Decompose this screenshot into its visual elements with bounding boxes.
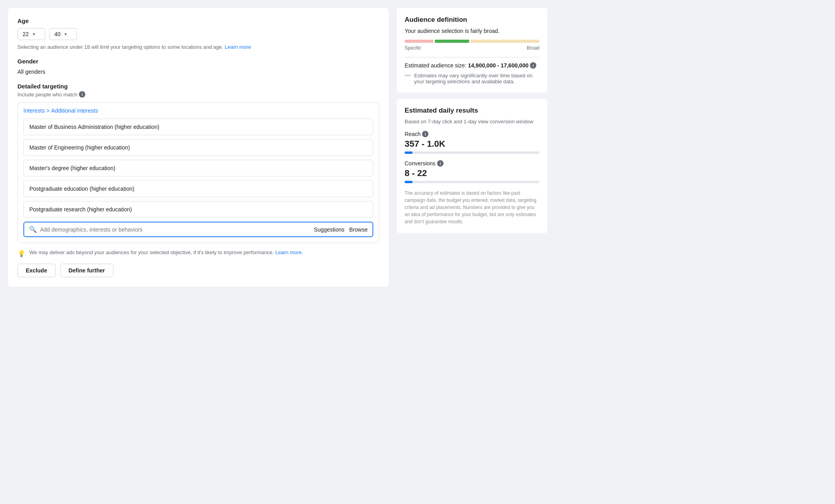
results-subtitle: Based on 7-day click and 1-day view conv… xyxy=(405,119,539,125)
conversions-value: 8 - 22 xyxy=(405,168,539,178)
delivery-notice: 💡 We may deliver ads beyond your audienc… xyxy=(17,249,379,264)
audience-subtitle: Your audience selection is fairly broad. xyxy=(405,28,539,34)
age-row: 22 ▼ 40 ▼ xyxy=(17,28,379,40)
include-label: Include people who match i xyxy=(17,91,379,98)
conversions-info-icon[interactable]: i xyxy=(437,160,443,167)
age-max-chevron-icon: ▼ xyxy=(64,32,68,36)
daily-results-card: Estimated daily results Based on 7-day c… xyxy=(397,99,547,233)
age-max-value: 40 xyxy=(54,31,61,37)
reach-info-icon[interactable]: i xyxy=(422,131,428,137)
audience-definition-title: Audience definition xyxy=(405,16,539,24)
interest-item[interactable]: Postgraduate education (higher education… xyxy=(23,180,373,197)
reach-bar-fill xyxy=(405,151,413,154)
age-min-chevron-icon: ▼ xyxy=(32,32,36,36)
age-max-select[interactable]: 40 ▼ xyxy=(49,28,77,40)
gender-label: Gender xyxy=(17,58,379,65)
trend-icon: 〰 xyxy=(405,73,411,80)
gender-value: All genders xyxy=(17,69,379,75)
broad-label: Broad xyxy=(527,45,539,51)
gauge-bar xyxy=(405,40,539,43)
age-learn-more-link[interactable]: Learn more xyxy=(225,44,251,50)
conversions-label: Conversions i xyxy=(405,160,539,167)
breadcrumb-separator: > xyxy=(46,107,50,114)
audience-size-value: 14,900,000 - 17,600,000 xyxy=(468,62,529,69)
browse-button[interactable]: Browse xyxy=(349,226,368,233)
gauge-segment-2 xyxy=(435,40,469,43)
search-actions: Suggestions Browse xyxy=(314,226,368,233)
gauge-segment-1 xyxy=(405,40,434,43)
gauge-labels: Specific Broad xyxy=(405,45,539,51)
audience-definition-card: Audience definition Your audience select… xyxy=(397,8,547,92)
conversions-bar xyxy=(405,181,539,183)
delivery-learn-more-link[interactable]: Learn more. xyxy=(275,249,303,255)
breadcrumb-additional-link[interactable]: Additional interests xyxy=(51,107,98,114)
gauge-segment-3 xyxy=(470,40,539,43)
reach-label: Reach i xyxy=(405,131,539,137)
search-input[interactable] xyxy=(40,226,311,233)
interest-item[interactable]: Master of Business Administration (highe… xyxy=(23,119,373,135)
audience-size-text: Estimated audience size: 14,900,000 - 17… xyxy=(405,62,539,69)
define-further-button[interactable]: Define further xyxy=(60,264,113,277)
estimates-note: 〰 Estimates may vary significantly over … xyxy=(405,73,539,84)
accuracy-note: The accuracy of estimates is based on fa… xyxy=(405,190,539,225)
include-info-icon[interactable]: i xyxy=(79,91,85,98)
exclude-button[interactable]: Exclude xyxy=(17,264,56,277)
age-label: Age xyxy=(17,17,379,24)
specific-label: Specific xyxy=(405,45,421,51)
interest-item[interactable]: Postgraduate research (higher education) xyxy=(23,201,373,218)
suggestions-button[interactable]: Suggestions xyxy=(314,226,344,233)
interest-item[interactable]: Master's degree (higher education) xyxy=(23,160,373,176)
age-min-value: 22 xyxy=(23,31,29,37)
reach-bar xyxy=(405,151,539,154)
conversions-bar-fill xyxy=(405,181,413,183)
search-container: 🔍 Suggestions Browse xyxy=(23,222,373,237)
button-row: Exclude Define further xyxy=(17,264,379,277)
daily-results-title: Estimated daily results xyxy=(405,107,539,115)
age-notice: Selecting an audience under 18 will limi… xyxy=(17,44,379,50)
reach-value: 357 - 1.0K xyxy=(405,139,539,149)
interest-item[interactable]: Master of Engineering (higher education) xyxy=(23,139,373,156)
divider xyxy=(405,57,539,57)
search-icon: 🔍 xyxy=(29,226,37,233)
breadcrumb: Interests > Additional interests xyxy=(23,107,373,114)
breadcrumb-interests-link[interactable]: Interests xyxy=(23,107,45,114)
targeting-box: Interests > Additional interests Master … xyxy=(17,102,379,243)
age-min-select[interactable]: 22 ▼ xyxy=(17,28,45,40)
detailed-targeting-title: Detailed targeting xyxy=(17,83,379,90)
right-panel: Audience definition Your audience select… xyxy=(397,8,547,287)
audience-size-info-icon[interactable]: i xyxy=(530,62,536,69)
bulb-icon: 💡 xyxy=(17,250,25,257)
